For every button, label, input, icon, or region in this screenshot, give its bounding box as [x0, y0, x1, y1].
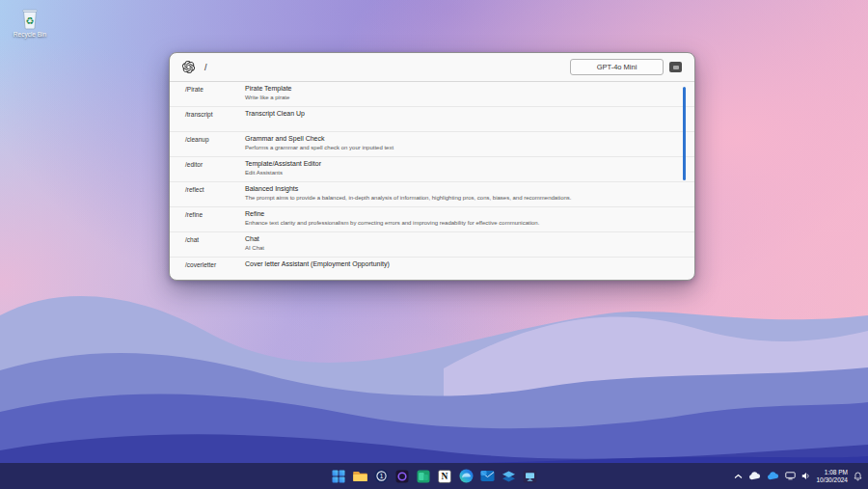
command-description: The prompt aims to provide a balanced, i…: [245, 195, 671, 201]
command-row[interactable]: /chat Chat AI Chat: [170, 232, 694, 258]
command-content: Balanced Insights The prompt aims to pro…: [245, 185, 671, 206]
command-content: Cover letter Assistant (Employment Oppor…: [245, 260, 671, 281]
command-text: /coverletter: [185, 260, 245, 281]
command-text: /Pirate: [185, 85, 245, 106]
cloud-blue-button[interactable]: [767, 472, 779, 480]
command-row[interactable]: /reflect Balanced Insights The prompt ai…: [170, 182, 694, 207]
command-title: Balanced Insights: [245, 185, 671, 192]
command-title: Template/Assistant Editor: [245, 160, 671, 167]
green-app-button[interactable]: [416, 469, 431, 484]
file-explorer-button[interactable]: [352, 469, 367, 484]
taskbar-system-tray: 1:08 PM 10/30/2024: [734, 463, 862, 489]
command-content: Pirate Template Write like a pirate: [245, 85, 671, 106]
command-description: Enhance text clarity and professionalism…: [245, 220, 671, 226]
edge-button[interactable]: [458, 469, 474, 484]
command-text: /cleanup: [185, 135, 245, 156]
edge-icon: [459, 469, 474, 483]
command-row[interactable]: /coverletter Cover letter Assistant (Emp…: [170, 258, 694, 281]
command-text: /chat: [185, 235, 245, 257]
prompt-input[interactable]: /: [204, 63, 207, 72]
command-row[interactable]: /editor Template/Assistant Editor Edit A…: [170, 157, 694, 182]
speaker-icon: [801, 472, 810, 480]
scrollbar-thumb[interactable]: [683, 87, 686, 180]
command-text: /reflect: [185, 185, 245, 206]
outlook-icon: [480, 470, 495, 482]
svg-text:1: 1: [379, 473, 383, 479]
recycle-bin-icon: ♻: [20, 8, 40, 30]
mail-layers-icon: [502, 470, 516, 483]
command-title: Refine: [245, 210, 671, 217]
command-text: /editor: [185, 160, 245, 181]
command-content: Transcript Clean Up: [245, 110, 671, 131]
command-description: Write like a pirate: [245, 95, 671, 100]
mail-layers-button[interactable]: [501, 469, 516, 484]
notion-button[interactable]: N: [437, 469, 452, 484]
command-description: AI Chat: [245, 245, 671, 251]
taskbar-center-icons: 1 N: [331, 463, 537, 489]
command-text: /refine: [185, 210, 245, 231]
cloud-white-icon: [748, 472, 761, 480]
recycle-bin-label: Recycle Bin: [8, 31, 52, 38]
command-title: Cover letter Assistant (Employment Oppor…: [245, 260, 671, 267]
command-title: Grammar and Spell Check: [245, 135, 671, 142]
date-label: 10/30/2024: [816, 476, 848, 484]
chevron-up-icon: [734, 474, 743, 479]
command-text: /transcript: [185, 110, 245, 131]
svg-text:N: N: [442, 472, 448, 481]
command-description: Edit Assistants: [245, 170, 671, 176]
command-palette-window: / GPT-4o Mini /Pirate Pirate Template Wr…: [169, 52, 695, 281]
command-row[interactable]: /cleanup Grammar and Spell Check Perform…: [170, 132, 694, 157]
volume-button[interactable]: [801, 472, 810, 480]
command-content: Refine Enhance text clarity and professi…: [245, 210, 671, 231]
purple-ring-app-icon: [395, 470, 409, 483]
model-selector[interactable]: GPT-4o Mini: [570, 59, 664, 75]
command-title: Pirate Template: [245, 85, 671, 92]
command-content: Template/Assistant Editor Edit Assistant…: [245, 160, 671, 181]
network-button[interactable]: [785, 472, 796, 480]
notifications-button[interactable]: [854, 472, 862, 481]
start-button[interactable]: [331, 469, 346, 484]
windows-start-icon: [332, 470, 345, 483]
outlook-button[interactable]: [479, 469, 495, 484]
taskbar-clock[interactable]: 1:08 PM 10/30/2024: [816, 469, 848, 483]
enter-key-icon: [673, 66, 679, 69]
notification-bell-icon: [854, 472, 862, 481]
command-row[interactable]: /transcript Transcript Clean Up: [170, 107, 694, 132]
green-app-icon: [417, 470, 430, 483]
command-row[interactable]: /refine Refine Enhance text clarity and …: [170, 207, 694, 232]
openai-logo-icon: [182, 61, 195, 73]
cloud-blue-icon: [767, 472, 779, 480]
command-list: /Pirate Pirate Template Write like a pir…: [170, 82, 694, 281]
svg-text:♻: ♻: [26, 15, 35, 26]
command-title: Chat: [245, 235, 671, 242]
command-content: Chat AI Chat: [245, 235, 671, 257]
cloud-white-button[interactable]: [748, 472, 761, 480]
window-header: / GPT-4o Mini: [170, 53, 694, 82]
onepassword-icon: 1: [374, 469, 389, 483]
onepassword-button[interactable]: 1: [373, 469, 389, 484]
hidden-icons-button[interactable]: [734, 474, 743, 479]
notion-icon: N: [438, 470, 451, 483]
command-content: Grammar and Spell Check Performs a gramm…: [245, 135, 671, 156]
recycle-bin[interactable]: ♻ Recycle Bin: [8, 8, 52, 38]
time-label: 1:08 PM: [816, 469, 848, 476]
enter-key-badge[interactable]: [669, 62, 682, 72]
monitor-app-icon: [523, 470, 537, 483]
command-row[interactable]: /Pirate Pirate Template Write like a pir…: [170, 82, 694, 107]
file-explorer-icon: [353, 470, 367, 482]
network-icon: [785, 472, 796, 480]
command-description: Performs a grammar and spell check on yo…: [245, 145, 671, 150]
monitor-app-button[interactable]: [522, 469, 537, 484]
taskbar: 1 N: [0, 463, 868, 489]
command-title: Transcript Clean Up: [245, 110, 671, 117]
purple-ring-app-button[interactable]: [394, 469, 410, 484]
